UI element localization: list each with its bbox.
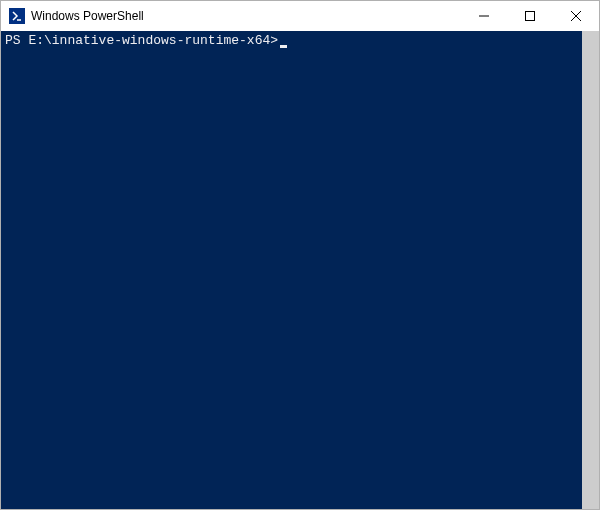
close-button[interactable]: [553, 1, 599, 31]
prompt-text: PS E:\innative-windows-runtime-x64>: [5, 33, 278, 48]
window-controls: [461, 1, 599, 31]
maximize-icon: [525, 11, 535, 21]
powershell-icon: [9, 8, 25, 24]
window-title: Windows PowerShell: [31, 9, 461, 23]
minimize-button[interactable]: [461, 1, 507, 31]
svg-rect-2: [526, 12, 535, 21]
close-icon: [571, 11, 581, 21]
terminal[interactable]: PS E:\innative-windows-runtime-x64>: [1, 31, 582, 509]
cursor: [280, 45, 287, 48]
titlebar[interactable]: Windows PowerShell: [1, 1, 599, 31]
vertical-scrollbar[interactable]: [582, 31, 599, 509]
scrollbar-thumb[interactable]: [582, 31, 599, 509]
maximize-button[interactable]: [507, 1, 553, 31]
minimize-icon: [479, 11, 489, 21]
prompt-line: PS E:\innative-windows-runtime-x64>: [5, 33, 578, 49]
powershell-window: Windows PowerShell PS E:\innative: [0, 0, 600, 510]
content-area: PS E:\innative-windows-runtime-x64>: [1, 31, 599, 509]
